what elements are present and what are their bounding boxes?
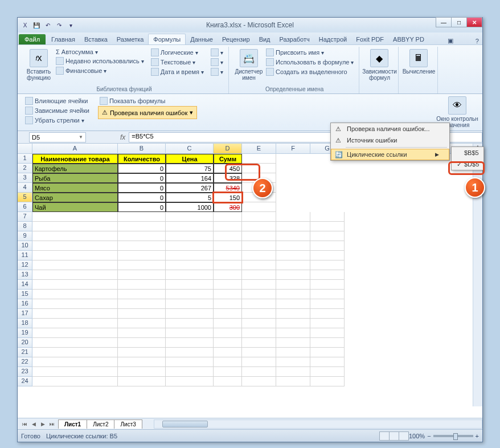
cell[interactable] [214,299,242,309]
cell[interactable] [118,222,166,231]
cell[interactable] [310,290,345,299]
cell[interactable] [166,309,214,319]
cell[interactable] [310,348,345,357]
cell[interactable] [32,348,118,357]
cell[interactable] [118,328,166,338]
cell[interactable] [166,319,214,328]
tab-addins[interactable]: Надстрой [314,34,351,44]
row-header[interactable]: 20 [18,338,32,348]
cell[interactable]: 75 [166,164,214,173]
row-header[interactable]: 8 [18,222,32,231]
tab-developer[interactable]: Разработч [275,34,314,44]
cell[interactable] [310,309,345,319]
create-from-selection-button[interactable]: Создать из выделенного [264,67,356,76]
datetime-button[interactable]: Дата и время ▾ [149,67,206,76]
cell[interactable] [118,290,166,299]
cell[interactable] [118,338,166,348]
cell[interactable] [166,328,214,338]
cell[interactable] [118,241,166,251]
row-header[interactable]: 12 [18,260,32,270]
cell[interactable] [276,319,310,328]
cell[interactable] [276,251,310,260]
row-header[interactable]: 22 [18,357,32,367]
cell[interactable] [242,202,276,212]
logical-button[interactable]: Логические ▾ [149,48,206,57]
cell[interactable] [166,280,214,290]
cell[interactable]: 328 [214,173,242,183]
col-header-b[interactable]: B [118,144,166,153]
row-header[interactable]: 2 [18,164,32,173]
calculation-button[interactable]: 🖩 Вычисление [403,48,434,76]
tab-data[interactable]: Данные [186,34,218,44]
nav-last-icon[interactable]: ⏭ [47,421,56,427]
cell[interactable] [214,290,242,299]
cell[interactable] [310,251,345,260]
tab-abbyy[interactable]: ABBYY PD [388,34,429,44]
row-header[interactable]: 23 [18,367,32,377]
row-header[interactable]: 11 [18,251,32,260]
row-header[interactable]: 19 [18,328,32,338]
cell[interactable] [242,241,276,251]
col-header-a[interactable]: A [32,144,118,153]
minimize-button[interactable]: — [436,17,452,27]
cell[interactable] [214,309,242,319]
cell[interactable] [310,328,345,338]
cell[interactable] [242,357,276,367]
save-icon[interactable]: 💾 [31,20,42,30]
insert-function-button[interactable]: fx Вставить функцию [23,48,54,82]
row-header[interactable]: 4 [18,183,32,193]
row-header[interactable]: 3 [18,173,32,183]
cell[interactable]: 267 [166,183,214,193]
row-header[interactable]: 16 [18,299,32,309]
row-header[interactable]: 13 [18,270,32,280]
cell[interactable] [32,222,118,231]
col-header-e[interactable]: E [242,144,276,153]
tab-review[interactable]: Рецензир [218,34,255,44]
redo-icon[interactable]: ↷ [54,20,64,30]
cell[interactable] [214,222,242,231]
tab-formulas[interactable]: Формулы [148,34,186,44]
cell[interactable] [276,270,310,280]
cell[interactable] [276,309,310,319]
row-header[interactable]: 10 [18,241,32,251]
use-in-formula-button[interactable]: Использовать в формуле ▾ [264,58,356,67]
cell[interactable] [276,212,310,222]
nav-next-icon[interactable]: ▶ [38,421,47,427]
cell[interactable]: Сумм [214,154,242,164]
row-header[interactable]: 6 [18,202,32,212]
submenu-item-d5[interactable]: ✓$D$5 [452,158,483,170]
cell[interactable] [310,367,345,377]
cell[interactable] [166,260,214,270]
cell[interactable] [214,377,242,386]
trace-precedents-button[interactable]: Влияющие ячейки [23,96,91,105]
undo-icon[interactable]: ↶ [43,20,53,30]
cell[interactable]: Картофель [32,164,118,173]
formula-deps-button[interactable]: ◆ Зависимости формул [364,48,395,82]
cell[interactable]: Чай [32,202,118,212]
col-header-c[interactable]: C [166,144,214,153]
row-header[interactable]: 18 [18,319,32,328]
cell[interactable] [214,280,242,290]
zoom-in-icon[interactable]: + [476,433,479,439]
cell[interactable] [166,357,214,367]
cell[interactable] [242,222,276,231]
cell[interactable] [214,251,242,260]
cell[interactable]: Количество [118,154,166,164]
cell[interactable] [166,251,214,260]
row-header[interactable]: 15 [18,290,32,299]
cell[interactable]: Цена [166,154,214,164]
cell[interactable] [32,212,118,222]
trace-dependents-button[interactable]: Зависимые ячейки [23,106,91,115]
cell[interactable] [214,357,242,367]
cell[interactable] [118,357,166,367]
view-normal-icon[interactable] [379,431,390,441]
cell[interactable] [242,154,276,164]
tab-home[interactable]: Главная [47,34,80,44]
cell[interactable]: 0 [118,183,166,193]
cell[interactable]: Сахар [32,193,118,202]
select-all-corner[interactable] [18,144,32,153]
cell[interactable] [242,231,276,241]
name-manager-button[interactable]: 📇 Диспетчер имен [233,48,264,82]
cell[interactable] [214,231,242,241]
cell[interactable] [276,299,310,309]
